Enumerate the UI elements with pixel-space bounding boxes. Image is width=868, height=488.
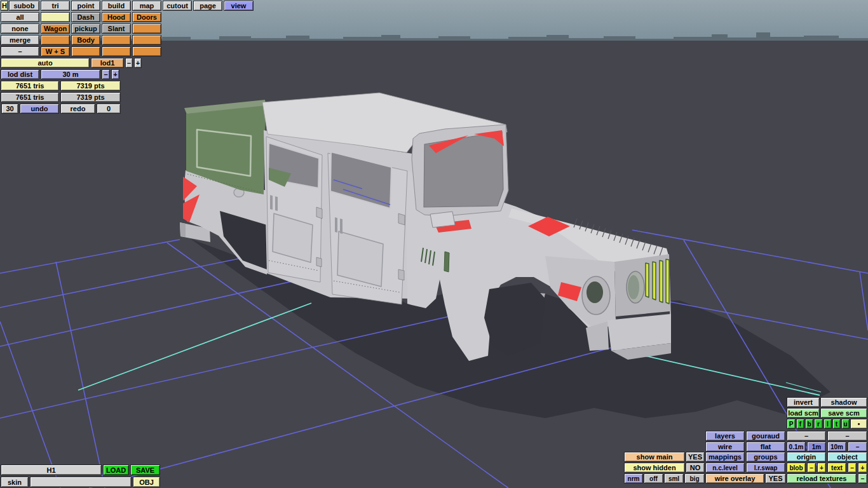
undo-count: 30 — [1, 104, 18, 114]
show-main-button[interactable]: show main — [624, 452, 685, 462]
model-name-field[interactable]: H1 — [1, 464, 102, 475]
select-all-button[interactable]: all — [1, 12, 39, 22]
grid-0-1m-button[interactable]: 0.1m — [787, 442, 806, 452]
lod-current[interactable]: lod1 — [91, 58, 124, 68]
wire-overlay-toggle[interactable]: YES — [765, 473, 786, 484]
reload-textures-button[interactable]: reload textures — [787, 473, 857, 484]
obj-export-button[interactable]: OBJ — [133, 477, 160, 487]
text-plus-button[interactable]: + — [858, 463, 867, 473]
groups-button[interactable]: groups — [746, 452, 785, 462]
subobject-slant[interactable]: Slant — [102, 24, 131, 34]
load-button[interactable]: LOAD — [103, 464, 129, 475]
view-perspective-button[interactable]: P — [787, 419, 796, 429]
subobject-hood[interactable]: Hood — [102, 12, 131, 22]
lod-dist-label[interactable]: lod dist — [1, 69, 39, 79]
subobject-dash[interactable]: Dash — [71, 12, 100, 22]
subobject-doors[interactable]: Doors — [132, 12, 161, 22]
subobject-slot-empty[interactable] — [102, 46, 131, 57]
lod-dist-plus-button[interactable]: + — [111, 69, 119, 79]
dash-button-2[interactable]: – — [827, 431, 867, 441]
front-door — [328, 152, 407, 304]
mirror — [430, 212, 455, 227]
blob-plus-button[interactable]: + — [817, 463, 826, 473]
view-under-button[interactable]: u — [841, 419, 850, 429]
subobject-slot-empty[interactable] — [132, 35, 161, 45]
text-button[interactable]: text — [827, 463, 846, 473]
nrm-sml-button[interactable]: sml — [664, 473, 684, 484]
load-scm-button[interactable]: load scm — [787, 408, 820, 418]
nrm-button[interactable]: nrm — [624, 473, 643, 484]
tris-count-current: 7651 tris — [1, 81, 59, 91]
nrm-off-button[interactable]: off — [644, 473, 663, 484]
viewport-3d[interactable] — [0, 0, 868, 488]
menu-item-tri[interactable]: tri — [41, 1, 70, 11]
grid-dash-button[interactable]: – — [848, 442, 867, 452]
minus-button[interactable]: – — [1, 46, 39, 57]
menu-item-cutout[interactable]: cutout — [163, 1, 192, 11]
mappings-button[interactable]: mappings — [705, 452, 745, 462]
view-left-button[interactable]: l — [824, 419, 832, 429]
undo-button[interactable]: undo — [20, 104, 59, 114]
show-hidden-button[interactable]: show hidden — [624, 463, 685, 473]
view-back-button[interactable]: b — [805, 419, 813, 429]
view-dot-button[interactable]: • — [850, 419, 867, 429]
subobject-slot-empty[interactable] — [41, 12, 70, 22]
select-none-button[interactable]: none — [1, 24, 39, 34]
menu-item-map[interactable]: map — [132, 1, 161, 11]
invert-button[interactable]: invert — [787, 397, 820, 407]
view-top-button[interactable]: t — [832, 419, 841, 429]
object-button[interactable]: object — [827, 452, 867, 462]
lod-dist-value[interactable]: 30 m — [41, 69, 100, 79]
blob-minus-button[interactable]: – — [807, 463, 816, 473]
origin-button[interactable]: origin — [787, 452, 826, 462]
subobject-wagon[interactable]: Wagon — [41, 24, 70, 34]
menu-item-subob[interactable]: subob — [9, 1, 39, 11]
lr-swap-button[interactable]: l.r.swap — [746, 463, 785, 473]
menu-item-point[interactable]: point — [71, 1, 100, 11]
subobject-pickup[interactable]: pickup — [71, 24, 100, 34]
pts-count-total: 7319 pts — [60, 92, 121, 102]
lod-plus-button[interactable]: + — [134, 58, 142, 68]
blob-button[interactable]: blob — [787, 463, 806, 473]
layers-button[interactable]: layers — [705, 431, 745, 441]
shadow-button[interactable]: shadow — [820, 397, 867, 407]
reload-dash-button[interactable]: – — [858, 473, 867, 484]
menu-item-view[interactable]: view — [224, 1, 254, 11]
menu-item-build[interactable]: build — [102, 1, 131, 11]
grid-10m-button[interactable]: 10m — [827, 442, 846, 452]
skin-label[interactable]: skin — [1, 477, 29, 487]
wire-overlay-button[interactable]: wire overlay — [705, 473, 764, 484]
subobject-slot-empty[interactable] — [132, 24, 161, 34]
wire-button[interactable]: wire — [705, 442, 745, 452]
subobject-slot-empty[interactable] — [41, 35, 70, 45]
lod-minus-button[interactable]: – — [125, 58, 133, 68]
subobject-body[interactable]: Body — [71, 35, 100, 45]
subobject-slot-empty[interactable] — [132, 46, 161, 57]
save-scm-button[interactable]: save scm — [820, 408, 867, 418]
view-right-button[interactable]: r — [814, 419, 823, 429]
rear-door — [266, 137, 322, 282]
view-front-button[interactable]: f — [796, 419, 804, 429]
subobject-slot-empty[interactable] — [102, 35, 131, 45]
lod-dist-minus-button[interactable]: – — [102, 69, 110, 79]
show-hidden-toggle[interactable]: NO — [686, 463, 705, 473]
show-main-toggle[interactable]: YES — [686, 452, 705, 462]
nc-level-button[interactable]: n.c.level — [705, 463, 745, 473]
grid-1m-button[interactable]: 1m — [807, 442, 826, 452]
save-button[interactable]: SAVE — [130, 464, 160, 475]
text-minus-button[interactable]: – — [848, 463, 857, 473]
headlight-left — [587, 281, 603, 303]
skin-name-field[interactable] — [30, 477, 132, 487]
flat-button[interactable]: flat — [746, 442, 785, 452]
menu-item-page[interactable]: page — [193, 1, 222, 11]
lod-auto-button[interactable]: auto — [1, 58, 90, 68]
redo-button[interactable]: redo — [60, 104, 95, 114]
merge-button[interactable]: merge — [1, 35, 39, 45]
dash-button-1[interactable]: – — [787, 431, 826, 441]
redo-count: 0 — [97, 104, 121, 114]
subobject-slot-empty[interactable] — [71, 46, 100, 57]
subobject-wands[interactable]: W + S — [41, 46, 70, 57]
menu-item-h[interactable]: H — [1, 1, 8, 11]
nrm-big-button[interactable]: big — [684, 473, 705, 484]
gouraud-button[interactable]: gouraud — [746, 431, 785, 441]
